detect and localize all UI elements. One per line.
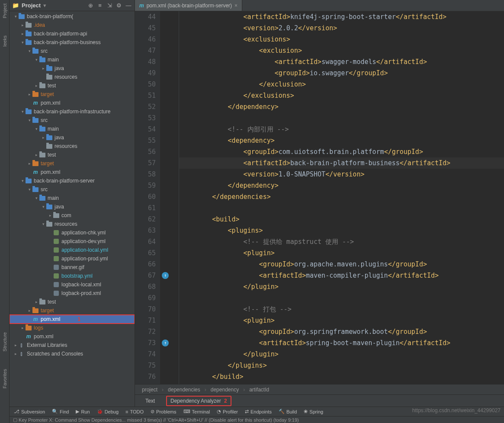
tree-item[interactable]: mpom.xml1 (10, 315, 135, 324)
tree-item[interactable]: ▸.idea (10, 21, 135, 29)
tree-item[interactable]: application-dev.yml (10, 237, 135, 246)
folder-icon (53, 212, 60, 219)
folder-icon (32, 91, 39, 98)
tool-run[interactable]: ▶Run (76, 409, 90, 414)
tool-profiler[interactable]: ◔Profiler (217, 409, 238, 414)
project-tree[interactable]: ▾back-brain-platform(▸.idea▸back-brain-p… (10, 11, 135, 407)
tab-dependency-analyzer[interactable]: Dependency Analyzer 2 (166, 396, 231, 406)
tree-item[interactable]: mpom.xml (10, 168, 135, 176)
tree-item[interactable]: banner.gif (10, 263, 135, 272)
folder-icon (18, 13, 25, 20)
gutter-marker-icon[interactable]: ↑ (160, 270, 170, 281)
gutter-marker-icon[interactable]: ↑ (160, 337, 170, 349)
tree-item[interactable]: ▸java (10, 64, 135, 73)
gear-icon[interactable]: ⚙ (116, 2, 122, 9)
project-panel-title: Project (22, 2, 41, 9)
tool-subversion[interactable]: ⎇Subversion (14, 409, 45, 414)
rail-tab-project[interactable]: Project (2, 3, 7, 18)
sort-icon[interactable]: ≡ (96, 2, 103, 9)
tree-item[interactable]: ▸com (10, 211, 135, 220)
tree-item-label: banner.gif (61, 264, 84, 270)
tool-debug[interactable]: 🐞Debug (97, 409, 119, 414)
tree-item[interactable]: ▸java (10, 133, 135, 142)
tool-endpoints[interactable]: ⇄Endpoints (245, 409, 272, 414)
tree-item[interactable]: ▾src (10, 47, 135, 55)
breadcrumb[interactable]: project› dependencies› dependency› artif… (135, 384, 504, 394)
maven-icon: m (25, 333, 32, 340)
tool-terminal[interactable]: ⌨Terminal (183, 409, 210, 414)
tree-item[interactable]: ▸back-brain-platform-api (10, 29, 135, 38)
tool-todo[interactable]: ≡TODO (125, 409, 144, 414)
breadcrumb-item[interactable]: dependencies (168, 387, 200, 393)
tree-item[interactable]: ▸logs (10, 324, 135, 332)
tree-item[interactable]: resources (10, 73, 135, 81)
tree-item[interactable]: ▸target (10, 306, 135, 315)
rail-tab-favorites[interactable]: Favorites (2, 369, 7, 388)
tree-item-label: target (41, 308, 54, 314)
folder-icon (25, 30, 32, 37)
tree-item[interactable]: mpom.xml (10, 332, 135, 341)
tree-item-label: main (48, 126, 59, 132)
tree-item[interactable]: ▾back-brain-platform( (10, 12, 135, 21)
tree-item[interactable]: bootstrap.yml (10, 272, 135, 280)
tree-item[interactable]: ▸test (10, 298, 135, 306)
tree-item-label: pom.xml (41, 169, 60, 175)
rail-tab-leeks[interactable]: leeks (2, 35, 7, 47)
code-editor[interactable]: 4445464748495051525354555657585960616263… (135, 11, 504, 384)
tree-item-label: java (55, 65, 64, 71)
tree-item[interactable]: application-local.yml (10, 246, 135, 254)
tool-spring[interactable]: ❀Spring (304, 409, 323, 414)
tree-item[interactable]: application-chk.yml (10, 228, 135, 237)
code-content[interactable]: <artifactId>knife4j-spring-boot-starter<… (179, 11, 504, 384)
maven-icon: m (139, 3, 144, 9)
tree-item[interactable]: ▸target (10, 90, 135, 99)
tree-item[interactable]: ▾back-brain-platform-infrastructure (10, 107, 135, 116)
folder-icon (39, 195, 46, 202)
folder-icon (39, 298, 46, 305)
breadcrumb-item[interactable]: artifactId (249, 387, 269, 393)
folder-icon (25, 324, 32, 331)
tree-item[interactable]: mpom.xml (10, 99, 135, 107)
tree-item-label: test (48, 83, 56, 89)
minimize-icon[interactable]: — (125, 2, 132, 9)
tree-item[interactable]: ▸⫿Scratches and Consoles (10, 349, 135, 358)
folder-icon (46, 203, 53, 210)
tree-item[interactable]: resources (10, 142, 135, 151)
tree-item[interactable]: ▸test (10, 151, 135, 159)
tree-item[interactable]: ▸target (10, 159, 135, 168)
tree-item[interactable]: ▾java (10, 202, 135, 211)
tool-problems[interactable]: ⊘Problems (151, 409, 176, 414)
tree-item-label: com (61, 212, 71, 218)
tree-item[interactable]: ▾resources (10, 220, 135, 228)
folder-icon (46, 221, 53, 228)
tree-item[interactable]: ▾back-brain-platform-business (10, 38, 135, 47)
tree-item[interactable]: ▸⫿External Libraries (10, 341, 135, 349)
rail-tab-structure[interactable]: Structure (2, 332, 7, 352)
tree-item-label: back-brain-platform-business (34, 39, 101, 45)
breadcrumb-item[interactable]: project (142, 387, 157, 393)
tree-item[interactable]: logback-prod.xml (10, 289, 135, 298)
editor-tab-pom[interactable]: m pom.xml (back-brain-platform-server) × (135, 0, 242, 11)
tree-item[interactable]: ▾main (10, 125, 135, 133)
tree-item-label: .idea (34, 22, 45, 28)
tree-item[interactable]: ▾src (10, 185, 135, 194)
tree-item[interactable]: ▸test (10, 81, 135, 90)
tab-text[interactable]: Text (142, 397, 158, 405)
tree-item[interactable]: ▾src (10, 116, 135, 125)
close-icon[interactable]: × (234, 3, 238, 9)
status-text: Key Promoter X: Command Show Dependencie… (19, 417, 299, 423)
tree-item[interactable]: ▾main (10, 194, 135, 202)
tree-item[interactable]: logback-local.xml (10, 280, 135, 289)
tree-item[interactable]: application-prod.yml (10, 254, 135, 263)
tool-find[interactable]: 🔍Find (52, 409, 69, 414)
status-icon: ▢ (13, 417, 17, 423)
target-icon[interactable]: ⊕ (87, 2, 94, 9)
tree-item[interactable]: ▾back-brain-platform-server (10, 176, 135, 185)
tree-item-label: application-chk.yml (61, 230, 106, 236)
expand-icon[interactable]: ⇲ (106, 2, 113, 9)
annotation-2: 2 (224, 398, 227, 404)
breadcrumb-item[interactable]: dependency (211, 387, 239, 393)
tool-build[interactable]: 🔨Build (279, 409, 297, 414)
tree-item[interactable]: ▾main (10, 55, 135, 64)
tree-item-label: Scratches and Consoles (27, 351, 83, 357)
